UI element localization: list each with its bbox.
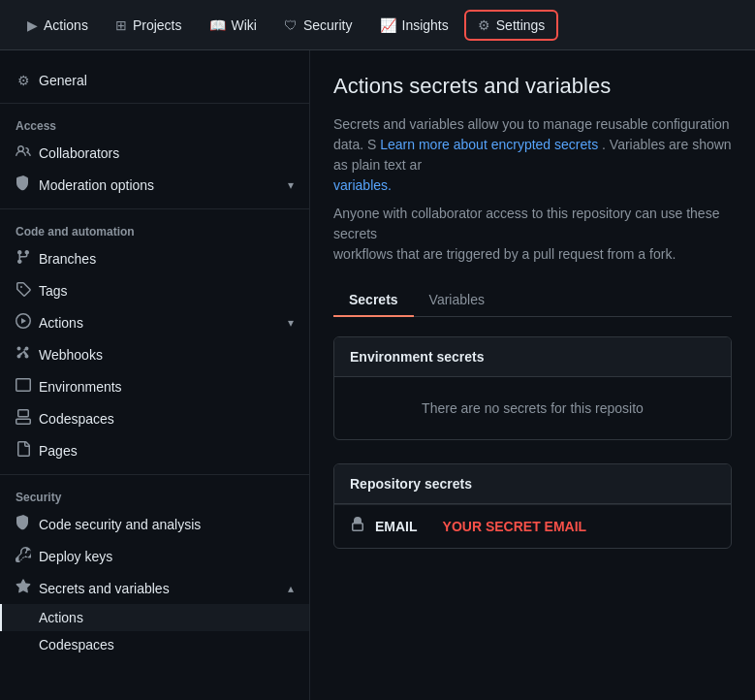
- sidebar-actions-label: Actions: [39, 315, 83, 331]
- sidebar-tags-label: Tags: [39, 283, 68, 299]
- sidebar-item-deploy-keys[interactable]: Deploy keys: [0, 540, 309, 572]
- sidebar-sub-actions-label: Actions: [39, 610, 83, 625]
- moderation-icon: [16, 175, 31, 194]
- pages-icon: [16, 441, 31, 460]
- sidebar-item-codespaces[interactable]: Codespaces: [0, 402, 309, 434]
- secrets-arrow: ▴: [288, 582, 294, 595]
- sidebar-webhooks-label: Webhooks: [39, 347, 103, 363]
- sidebar-collaborators-label: Collaborators: [39, 145, 119, 161]
- sidebar-item-secrets-variables[interactable]: Secrets and variables ▴: [0, 572, 309, 604]
- sidebar-codespaces-label: Codespaces: [39, 411, 114, 427]
- sidebar-general-label: General: [39, 73, 87, 88]
- tab-variables-label: Variables: [429, 292, 485, 307]
- collaborators-icon: [16, 143, 31, 162]
- environments-icon: [16, 377, 31, 396]
- link-text: Learn more about encrypted secrets: [380, 137, 598, 152]
- security-section-label: Security: [0, 483, 309, 508]
- tab-secrets-label: Secrets: [349, 292, 398, 307]
- sidebar-item-pages[interactable]: Pages: [0, 434, 309, 466]
- secret-row: EMAIL YOUR SECRET EMAIL: [334, 504, 731, 548]
- nav-actions-label: Actions: [44, 17, 88, 33]
- deploy-keys-icon: [16, 547, 31, 565]
- encrypted-secrets-link[interactable]: Learn more about encrypted secrets: [380, 137, 602, 152]
- env-secrets-header: Environment secrets: [334, 337, 731, 377]
- variables-link[interactable]: variables.: [333, 177, 392, 193]
- env-secrets-empty-text: There are no secrets for this reposito: [422, 400, 644, 416]
- sidebar-environments-label: Environments: [39, 379, 122, 395]
- nav-projects-label: Projects: [133, 17, 182, 33]
- sidebar-item-webhooks[interactable]: Webhooks: [0, 338, 309, 370]
- sidebar-item-actions[interactable]: Actions ▾: [0, 306, 309, 338]
- webhooks-icon: [16, 345, 31, 364]
- divider-3: [0, 474, 309, 475]
- sidebar-code-security-label: Code security and analysis: [39, 517, 201, 532]
- access-section-label: Access: [0, 111, 309, 137]
- tab-variables[interactable]: Variables: [414, 284, 500, 317]
- divider-1: [0, 103, 309, 104]
- tags-icon: [16, 281, 31, 300]
- variables-link-text: variables.: [333, 177, 392, 193]
- sidebar-branches-label: Branches: [39, 251, 96, 267]
- nav-insights[interactable]: 📈 Insights: [368, 10, 460, 41]
- sidebar-pages-label: Pages: [39, 443, 78, 459]
- tabs: Secrets Variables: [333, 284, 732, 317]
- secret-value: YOUR SECRET EMAIL: [443, 519, 587, 534]
- branches-icon: [16, 249, 31, 268]
- sidebar-item-moderation[interactable]: Moderation options ▾: [0, 169, 309, 201]
- settings-nav-icon: ⚙: [478, 17, 490, 33]
- repo-secrets-header-text: Repository secrets: [350, 476, 472, 492]
- sidebar-sub-actions[interactable]: Actions: [0, 604, 309, 631]
- sidebar-item-tags[interactable]: Tags: [0, 274, 309, 306]
- nav-security-label: Security: [303, 17, 353, 33]
- wiki-nav-icon: 📖: [209, 17, 226, 33]
- nav-wiki[interactable]: 📖 Wiki: [198, 10, 268, 41]
- top-nav: ▶ Actions ⊞ Projects 📖 Wiki 🛡 Security 📈…: [0, 0, 755, 50]
- code-section-label: Code and automation: [0, 217, 309, 242]
- sidebar-moderation-label: Moderation options: [39, 177, 154, 193]
- layout: ⚙ General Access Collaborators Moderatio…: [0, 50, 755, 700]
- sidebar-deploy-keys-label: Deploy keys: [39, 549, 112, 564]
- env-secrets-empty: There are no secrets for this reposito: [334, 377, 731, 439]
- actions-sidebar-icon: [16, 313, 31, 332]
- sidebar: ⚙ General Access Collaborators Moderatio…: [0, 50, 310, 700]
- moderation-arrow: ▾: [288, 178, 294, 192]
- lock-icon: [350, 517, 365, 536]
- repo-secrets-header: Repository secrets: [334, 464, 731, 504]
- tab-secrets[interactable]: Secrets: [333, 284, 414, 317]
- insights-nav-icon: 📈: [380, 17, 396, 33]
- nav-projects[interactable]: ⊞ Projects: [104, 10, 194, 41]
- divider-2: [0, 208, 309, 209]
- main-content: Actions secrets and variables Secrets an…: [310, 50, 755, 700]
- sidebar-item-environments[interactable]: Environments: [0, 370, 309, 402]
- page-title: Actions secrets and variables: [333, 74, 732, 99]
- nav-settings[interactable]: ⚙ Settings: [464, 10, 559, 41]
- projects-nav-icon: ⊞: [115, 17, 127, 33]
- nav-security[interactable]: 🛡 Security: [272, 10, 364, 41]
- nav-actions[interactable]: ▶ Actions: [16, 10, 100, 41]
- sidebar-sub-codespaces[interactable]: Codespaces: [0, 631, 309, 658]
- sidebar-item-branches[interactable]: Branches: [0, 242, 309, 274]
- actions-nav-icon: ▶: [27, 17, 38, 33]
- sidebar-item-general[interactable]: ⚙ General: [0, 66, 309, 95]
- nav-wiki-label: Wiki: [232, 17, 257, 33]
- secret-name: EMAIL: [375, 519, 418, 534]
- description-2: Anyone with collaborator access to this …: [333, 204, 732, 265]
- environment-secrets-section: Environment secrets There are no secrets…: [333, 336, 732, 440]
- sidebar-item-code-security[interactable]: Code security and analysis: [0, 508, 309, 540]
- description-text-5: workflows that are triggered by a pull r…: [333, 246, 676, 262]
- nav-settings-label: Settings: [496, 17, 546, 33]
- general-icon: ⚙: [16, 73, 31, 88]
- actions-arrow: ▾: [288, 316, 294, 330]
- sidebar-item-collaborators[interactable]: Collaborators: [0, 137, 309, 169]
- repository-secrets-section: Repository secrets EMAIL YOUR SECRET EMA…: [333, 463, 732, 549]
- secrets-icon: [16, 579, 31, 597]
- codespaces-icon: [16, 409, 31, 428]
- code-security-icon: [16, 515, 31, 533]
- sidebar-secrets-variables-label: Secrets and variables: [39, 581, 170, 596]
- description-text-4: Anyone with collaborator access to this …: [333, 206, 719, 241]
- sidebar-sub-codespaces-label: Codespaces: [39, 637, 114, 652]
- env-secrets-header-text: Environment secrets: [350, 349, 485, 365]
- security-nav-icon: 🛡: [284, 17, 298, 33]
- description-1: Secrets and variables allow you to manag…: [333, 114, 732, 196]
- nav-insights-label: Insights: [402, 17, 449, 33]
